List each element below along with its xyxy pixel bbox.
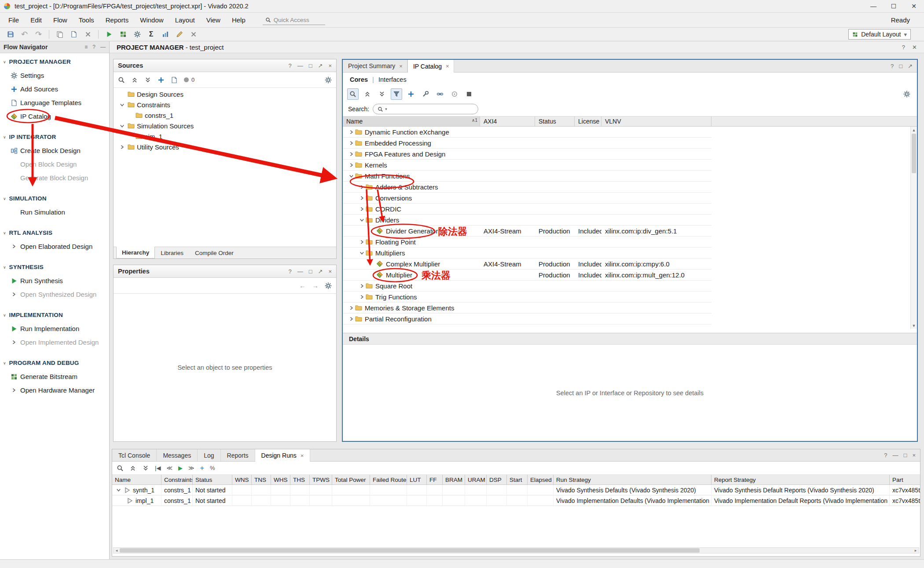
sources-item-design-sources[interactable]: Design Sources	[114, 89, 336, 99]
minimize-icon[interactable]: —	[297, 268, 303, 275]
close-icon[interactable]: ×	[301, 452, 304, 459]
float-icon[interactable]: ↗	[318, 268, 323, 275]
ip-row-cordic[interactable]: CORDIC	[343, 204, 711, 215]
tab-tcl-console[interactable]: Tcl Console	[112, 449, 157, 461]
menu-edit[interactable]: Edit	[25, 15, 48, 26]
ip-row-fpga-features-and-design[interactable]: FPGA Features and Design	[343, 149, 711, 160]
ip-column-axi4[interactable]: AXI4	[480, 117, 535, 126]
ip-row-square-root[interactable]: Square Root	[343, 280, 711, 291]
tab-reports[interactable]: Reports	[221, 449, 255, 461]
quick-access-search[interactable]: Quick Access	[263, 15, 325, 25]
layout-selector[interactable]: Default Layout ▾	[848, 29, 911, 40]
minimize-icon[interactable]: —	[100, 44, 106, 50]
ip-row-complex-multiplier[interactable]: Complex Multiplier AXI4-Stream Productio…	[343, 259, 711, 269]
close-icon[interactable]: ×	[399, 63, 403, 69]
percent-button[interactable]: %	[210, 465, 215, 471]
runs-column-lut[interactable]: LUT	[407, 475, 427, 484]
flow-item-add-sources[interactable]: Add Sources	[0, 82, 109, 96]
add-sources-button[interactable]	[158, 76, 165, 84]
report-button[interactable]	[68, 29, 80, 40]
runs-column-constraints[interactable]: Constraints	[161, 475, 193, 484]
run-row-synth-1[interactable]: synth_1 constrs_1Not startedVivado Synth…	[112, 485, 920, 495]
collapse-all-button[interactable]	[131, 76, 138, 84]
menu-reports[interactable]: Reports	[100, 15, 135, 26]
ip-settings-wrench-button[interactable]	[420, 88, 431, 100]
runs-column-start[interactable]: Start	[507, 475, 528, 484]
flow-section-header-synthesis[interactable]: ∨ SYNTHESIS	[0, 260, 109, 274]
sources-tab-libraries[interactable]: Libraries	[155, 247, 189, 259]
forward-button[interactable]: →	[312, 282, 319, 289]
flow-item-run-implementation[interactable]: Run Implementation	[0, 322, 109, 335]
ip-row-multipliers[interactable]: Multipliers	[343, 248, 711, 259]
scrollbar-thumb[interactable]	[912, 134, 916, 173]
tab-log[interactable]: Log	[198, 449, 220, 461]
ip-stop-button[interactable]	[463, 88, 475, 100]
sources-settings-button[interactable]	[325, 76, 332, 84]
redo-button[interactable]: ↷	[33, 29, 44, 40]
minimize-icon[interactable]: —	[893, 452, 898, 459]
ip-row-divider-generator[interactable]: Divider Generator AXI4-Stream Production…	[343, 226, 711, 237]
ip-expand-all-button[interactable]	[376, 88, 388, 100]
sources-item-constrs-1[interactable]: constrs_1	[114, 110, 336, 120]
help-icon[interactable]: ?	[288, 62, 291, 69]
flow-item-open-implemented-design[interactable]: Open Implemented Design	[0, 335, 109, 349]
horizontal-scrollbar[interactable]: ◂ ▸	[113, 547, 919, 553]
run-row-impl-1[interactable]: impl_1 constrs_1Not startedVivado Implem…	[112, 495, 920, 506]
ip-row-adders-subtracters[interactable]: Adders & Subtracters	[343, 182, 711, 193]
runs-column-elapsed[interactable]: Elapsed	[528, 475, 554, 484]
step-back-button[interactable]: ≪	[166, 465, 172, 471]
runs-column-wns[interactable]: WNS	[232, 475, 252, 484]
tab-project-summary[interactable]: Project Summary ×	[343, 60, 407, 72]
sources-tab-hierarchy[interactable]: Hierarchy	[116, 247, 155, 259]
tab-design-runs[interactable]: Design Runs ×	[255, 449, 311, 462]
runs-column-bram[interactable]: BRAM	[443, 475, 465, 484]
menu-view[interactable]: View	[201, 15, 226, 26]
sources-tab-compile-order[interactable]: Compile Order	[189, 247, 239, 259]
close-icon[interactable]: ×	[328, 62, 332, 69]
menu-layout[interactable]: Layout	[169, 15, 201, 26]
help-icon[interactable]: ?	[884, 452, 887, 459]
runs-column-run-strategy[interactable]: Run Strategy	[554, 475, 711, 484]
flow-section-header-ip-integrator[interactable]: ∨ IP INTEGRATOR	[0, 130, 109, 144]
sources-item-constraints[interactable]: Constraints	[114, 99, 336, 110]
menu-window[interactable]: Window	[134, 15, 169, 26]
ip-search-input[interactable]: ▾	[373, 104, 478, 114]
ip-link-button[interactable]	[434, 88, 446, 100]
close-button[interactable]: ✕	[904, 0, 924, 12]
view-interfaces[interactable]: Interfaces	[378, 76, 407, 83]
runs-column-failed-routes[interactable]: Failed Routes	[370, 475, 407, 484]
ip-column-name[interactable]: Name∧1	[343, 117, 480, 126]
flow-item-run-simulation[interactable]: Run Simulation	[0, 205, 109, 219]
runs-column-report-strategy[interactable]: Report Strategy	[711, 475, 890, 484]
ip-row-embedded-processing[interactable]: Embedded Processing	[343, 138, 711, 149]
ip-row-kernels[interactable]: Kernels	[343, 160, 711, 171]
scrollbar-thumb[interactable]	[120, 548, 700, 553]
ip-column-vlnv[interactable]: VLNV	[601, 117, 711, 126]
search-button[interactable]	[117, 465, 124, 472]
help-icon[interactable]: ?	[891, 63, 894, 69]
maximize-icon[interactable]: □	[309, 268, 312, 275]
flow-item-ip-catalog[interactable]: IP Catalog	[0, 109, 109, 123]
runs-column-ff[interactable]: FF	[427, 475, 443, 484]
maximize-button[interactable]: ☐	[884, 0, 904, 12]
runs-column-status[interactable]: Status	[193, 475, 232, 484]
flow-section-header-rtl-analysis[interactable]: ∨ RTL ANALYSIS	[0, 226, 109, 240]
tab-ip-catalog[interactable]: IP Catalog ×	[407, 60, 454, 73]
back-button[interactable]: ←	[299, 282, 306, 289]
flow-item-open-elaborated-design[interactable]: Open Elaborated Design	[0, 240, 109, 253]
float-icon[interactable]: ↗	[318, 62, 323, 69]
flow-steps-button[interactable]	[117, 29, 129, 40]
collapse-all-button[interactable]	[129, 465, 136, 472]
run-button[interactable]	[103, 29, 115, 40]
ip-column-status[interactable]: Status	[535, 117, 575, 126]
flow-section-header-simulation[interactable]: ∨ SIMULATION	[0, 192, 109, 205]
sources-item-utility-sources[interactable]: Utility Sources	[114, 142, 336, 152]
float-icon[interactable]: □	[899, 63, 902, 69]
delete-button[interactable]	[82, 29, 94, 40]
expand-all-button[interactable]	[144, 76, 151, 84]
chart-button[interactable]	[159, 29, 171, 40]
minimize-icon[interactable]: —	[297, 62, 303, 69]
missing-sources-button[interactable]	[171, 76, 178, 84]
undo-button[interactable]: ↶	[18, 29, 30, 40]
runs-column-total-power[interactable]: Total Power	[332, 475, 370, 484]
